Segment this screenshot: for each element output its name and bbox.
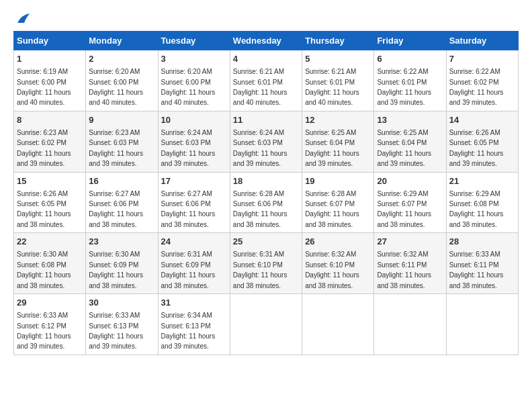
day-info: Sunrise: 6:22 AMSunset: 6:02 PMDaylight:… <box>449 68 504 106</box>
day-number: 16 <box>89 175 154 187</box>
calendar-day-cell: 17Sunrise: 6:27 AMSunset: 6:06 PMDayligh… <box>158 172 230 233</box>
calendar-day-cell: 3Sunrise: 6:20 AMSunset: 6:00 PMDaylight… <box>158 50 230 111</box>
calendar-day-cell: 2Sunrise: 6:20 AMSunset: 6:00 PMDaylight… <box>86 50 158 111</box>
day-info: Sunrise: 6:26 AMSunset: 6:05 PMDaylight:… <box>17 190 71 228</box>
calendar-day-cell: 10Sunrise: 6:24 AMSunset: 6:03 PMDayligh… <box>158 111 230 172</box>
day-number: 29 <box>17 297 83 309</box>
calendar-day-cell: 30Sunrise: 6:33 AMSunset: 6:13 PMDayligh… <box>86 294 158 355</box>
day-info: Sunrise: 6:25 AMSunset: 6:04 PMDaylight:… <box>377 129 431 167</box>
day-info: Sunrise: 6:23 AMSunset: 6:03 PMDaylight:… <box>89 129 143 167</box>
calendar-table: SundayMondayTuesdayWednesdayThursdayFrid… <box>13 31 519 355</box>
calendar-day-header: Thursday <box>302 32 374 50</box>
day-number: 12 <box>305 114 371 126</box>
day-number: 28 <box>449 236 515 248</box>
day-info: Sunrise: 6:22 AMSunset: 6:01 PMDaylight:… <box>377 68 431 106</box>
day-number: 2 <box>89 53 154 65</box>
calendar-day-cell: 25Sunrise: 6:31 AMSunset: 6:10 PMDayligh… <box>230 233 302 294</box>
day-info: Sunrise: 6:31 AMSunset: 6:09 PMDaylight:… <box>161 250 216 289</box>
calendar-day-cell <box>446 294 518 355</box>
calendar-day-cell <box>302 294 374 355</box>
day-number: 30 <box>89 297 154 309</box>
day-number: 14 <box>449 114 515 126</box>
day-info: Sunrise: 6:20 AMSunset: 6:00 PMDaylight:… <box>89 68 143 106</box>
calendar-day-cell: 18Sunrise: 6:28 AMSunset: 6:06 PMDayligh… <box>230 172 302 233</box>
calendar-day-cell: 14Sunrise: 6:26 AMSunset: 6:05 PMDayligh… <box>446 111 518 172</box>
day-number: 18 <box>233 175 299 187</box>
calendar-day-header: Saturday <box>446 32 518 50</box>
calendar-day-cell: 31Sunrise: 6:34 AMSunset: 6:13 PMDayligh… <box>158 294 230 355</box>
day-info: Sunrise: 6:27 AMSunset: 6:06 PMDaylight:… <box>161 190 216 228</box>
day-number: 15 <box>17 175 83 187</box>
day-number: 27 <box>377 236 443 248</box>
calendar-day-cell: 4Sunrise: 6:21 AMSunset: 6:01 PMDaylight… <box>230 50 302 111</box>
calendar-day-cell: 9Sunrise: 6:23 AMSunset: 6:03 PMDaylight… <box>86 111 158 172</box>
calendar-day-cell: 21Sunrise: 6:29 AMSunset: 6:08 PMDayligh… <box>446 172 518 233</box>
day-info: Sunrise: 6:21 AMSunset: 6:01 PMDaylight:… <box>305 68 359 106</box>
day-info: Sunrise: 6:33 AMSunset: 6:12 PMDaylight:… <box>17 312 71 350</box>
day-info: Sunrise: 6:26 AMSunset: 6:05 PMDaylight:… <box>449 129 504 167</box>
calendar-day-cell <box>230 294 302 355</box>
day-number: 11 <box>233 114 299 126</box>
calendar-day-header: Wednesday <box>230 32 302 50</box>
day-info: Sunrise: 6:24 AMSunset: 6:03 PMDaylight:… <box>233 129 287 167</box>
day-info: Sunrise: 6:34 AMSunset: 6:13 PMDaylight:… <box>161 312 216 350</box>
day-number: 23 <box>89 236 154 248</box>
calendar-day-cell: 7Sunrise: 6:22 AMSunset: 6:02 PMDaylight… <box>446 50 518 111</box>
calendar-day-cell: 26Sunrise: 6:32 AMSunset: 6:10 PMDayligh… <box>302 233 374 294</box>
day-number: 21 <box>449 175 515 187</box>
day-info: Sunrise: 6:19 AMSunset: 6:00 PMDaylight:… <box>17 68 71 106</box>
day-info: Sunrise: 6:20 AMSunset: 6:00 PMDaylight:… <box>161 68 216 106</box>
day-info: Sunrise: 6:21 AMSunset: 6:01 PMDaylight:… <box>233 68 287 106</box>
day-info: Sunrise: 6:29 AMSunset: 6:07 PMDaylight:… <box>377 190 431 228</box>
calendar-day-cell: 1Sunrise: 6:19 AMSunset: 6:00 PMDaylight… <box>14 50 86 111</box>
calendar-day-cell: 29Sunrise: 6:33 AMSunset: 6:12 PMDayligh… <box>14 294 86 355</box>
calendar-day-header: Sunday <box>14 32 86 50</box>
calendar-header-row: SundayMondayTuesdayWednesdayThursdayFrid… <box>14 32 519 50</box>
day-number: 3 <box>161 53 227 65</box>
logo-bird-icon <box>16 13 31 24</box>
calendar-day-cell: 23Sunrise: 6:30 AMSunset: 6:09 PMDayligh… <box>86 233 158 294</box>
day-number: 17 <box>161 175 227 187</box>
day-info: Sunrise: 6:32 AMSunset: 6:10 PMDaylight:… <box>305 250 359 289</box>
day-number: 6 <box>377 53 443 65</box>
calendar-day-cell: 13Sunrise: 6:25 AMSunset: 6:04 PMDayligh… <box>374 111 446 172</box>
calendar-day-cell: 16Sunrise: 6:27 AMSunset: 6:06 PMDayligh… <box>86 172 158 233</box>
calendar-day-cell: 28Sunrise: 6:33 AMSunset: 6:11 PMDayligh… <box>446 233 518 294</box>
day-info: Sunrise: 6:27 AMSunset: 6:06 PMDaylight:… <box>89 190 143 228</box>
day-number: 22 <box>17 236 83 248</box>
calendar-day-cell: 12Sunrise: 6:25 AMSunset: 6:04 PMDayligh… <box>302 111 374 172</box>
calendar-day-cell: 5Sunrise: 6:21 AMSunset: 6:01 PMDaylight… <box>302 50 374 111</box>
calendar-day-header: Friday <box>374 32 446 50</box>
calendar-week-row: 22Sunrise: 6:30 AMSunset: 6:08 PMDayligh… <box>14 233 519 294</box>
day-info: Sunrise: 6:28 AMSunset: 6:06 PMDaylight:… <box>233 190 287 228</box>
calendar-day-cell: 15Sunrise: 6:26 AMSunset: 6:05 PMDayligh… <box>14 172 86 233</box>
day-number: 9 <box>89 114 154 126</box>
calendar-day-cell: 6Sunrise: 6:22 AMSunset: 6:01 PMDaylight… <box>374 50 446 111</box>
page-header <box>13 13 519 24</box>
day-info: Sunrise: 6:28 AMSunset: 6:07 PMDaylight:… <box>305 190 359 228</box>
calendar-day-header: Tuesday <box>158 32 230 50</box>
day-info: Sunrise: 6:30 AMSunset: 6:09 PMDaylight:… <box>89 250 143 289</box>
calendar-day-cell: 19Sunrise: 6:28 AMSunset: 6:07 PMDayligh… <box>302 172 374 233</box>
calendar-day-cell <box>374 294 446 355</box>
calendar-body: 1Sunrise: 6:19 AMSunset: 6:00 PMDaylight… <box>14 50 519 355</box>
day-info: Sunrise: 6:33 AMSunset: 6:11 PMDaylight:… <box>449 250 504 289</box>
logo <box>13 13 31 24</box>
day-number: 10 <box>161 114 227 126</box>
day-info: Sunrise: 6:25 AMSunset: 6:04 PMDaylight:… <box>305 129 359 167</box>
day-info: Sunrise: 6:23 AMSunset: 6:02 PMDaylight:… <box>17 129 71 167</box>
day-number: 20 <box>377 175 443 187</box>
day-info: Sunrise: 6:30 AMSunset: 6:08 PMDaylight:… <box>17 250 71 289</box>
day-number: 1 <box>17 53 83 65</box>
calendar-day-cell: 20Sunrise: 6:29 AMSunset: 6:07 PMDayligh… <box>374 172 446 233</box>
calendar-day-header: Monday <box>86 32 158 50</box>
day-number: 25 <box>233 236 299 248</box>
calendar-day-cell: 11Sunrise: 6:24 AMSunset: 6:03 PMDayligh… <box>230 111 302 172</box>
day-info: Sunrise: 6:31 AMSunset: 6:10 PMDaylight:… <box>233 250 287 289</box>
calendar-day-cell: 24Sunrise: 6:31 AMSunset: 6:09 PMDayligh… <box>158 233 230 294</box>
day-number: 24 <box>161 236 227 248</box>
calendar-day-cell: 27Sunrise: 6:32 AMSunset: 6:11 PMDayligh… <box>374 233 446 294</box>
calendar-day-cell: 22Sunrise: 6:30 AMSunset: 6:08 PMDayligh… <box>14 233 86 294</box>
day-number: 4 <box>233 53 299 65</box>
day-number: 5 <box>305 53 371 65</box>
